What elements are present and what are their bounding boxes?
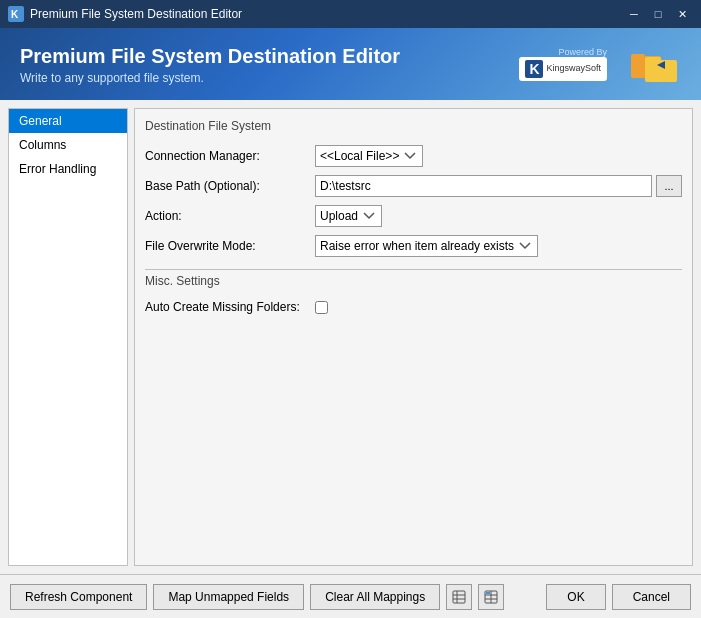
- kingsway-k-icon: K: [525, 60, 543, 78]
- svg-rect-15: [486, 592, 490, 594]
- title-bar-title: Premium File System Destination Editor: [30, 7, 242, 21]
- file-overwrite-label: File Overwrite Mode:: [145, 239, 315, 253]
- refresh-component-button[interactable]: Refresh Component: [10, 584, 147, 610]
- sidebar-item-error-handling[interactable]: Error Handling: [9, 157, 127, 181]
- header-banner: Premium File System Destination Editor W…: [0, 28, 701, 100]
- grid-icon: [484, 590, 498, 604]
- connection-manager-select[interactable]: <<Local File>>: [315, 145, 423, 167]
- action-row: Action: Upload: [145, 205, 682, 227]
- clear-all-mappings-button[interactable]: Clear All Mappings: [310, 584, 440, 610]
- section-header-destination: Destination File System: [145, 119, 682, 135]
- footer-bar: Refresh Component Map Unmapped Fields Cl…: [0, 574, 701, 618]
- svg-rect-3: [631, 54, 645, 59]
- auto-create-checkbox[interactable]: [315, 301, 328, 314]
- header-text-block: Premium File System Destination Editor W…: [20, 44, 400, 85]
- file-overwrite-wrapper: Raise error when item already exists: [315, 235, 682, 257]
- sidebar-item-general[interactable]: General: [9, 109, 127, 133]
- header-logo: Powered By K KingswaySoft: [519, 44, 681, 84]
- map-unmapped-fields-button[interactable]: Map Unmapped Fields: [153, 584, 304, 610]
- action-label: Action:: [145, 209, 315, 223]
- app-icon: K: [8, 6, 24, 22]
- action-select[interactable]: Upload: [315, 205, 382, 227]
- folder-icons: [629, 44, 681, 84]
- svg-rect-5: [645, 57, 661, 63]
- connection-manager-row: Connection Manager: <<Local File>>: [145, 145, 682, 167]
- icon-button-2[interactable]: [478, 584, 504, 610]
- connection-manager-wrapper: <<Local File>>: [315, 145, 682, 167]
- auto-create-row: Auto Create Missing Folders:: [145, 300, 682, 314]
- file-overwrite-row: File Overwrite Mode: Raise error when it…: [145, 235, 682, 257]
- action-wrapper: Upload: [315, 205, 682, 227]
- base-path-wrapper: ...: [315, 175, 682, 197]
- icon-button-1[interactable]: [446, 584, 472, 610]
- powered-by-text: Powered By: [558, 47, 607, 57]
- main-content: General Columns Error Handling Destinati…: [0, 100, 701, 574]
- misc-settings-divider: Misc. Settings: [145, 269, 682, 290]
- browse-button[interactable]: ...: [656, 175, 682, 197]
- file-overwrite-select-wrapper: Raise error when item already exists: [315, 235, 682, 257]
- base-path-input[interactable]: [315, 175, 652, 197]
- base-path-label: Base Path (Optional):: [145, 179, 315, 193]
- header-title: Premium File System Destination Editor: [20, 44, 400, 68]
- header-subtitle: Write to any supported file system.: [20, 71, 400, 85]
- close-button[interactable]: ✕: [671, 4, 693, 24]
- title-bar-controls: ─ □ ✕: [623, 4, 693, 24]
- ok-button[interactable]: OK: [546, 584, 605, 610]
- base-path-row: Base Path (Optional): ...: [145, 175, 682, 197]
- title-bar-left: K Premium File System Destination Editor: [8, 6, 242, 22]
- right-panel: Destination File System Connection Manag…: [134, 108, 693, 566]
- file-overwrite-select[interactable]: Raise error when item already exists: [315, 235, 538, 257]
- sidebar-item-columns[interactable]: Columns: [9, 133, 127, 157]
- connection-manager-select-wrapper: <<Local File>>: [315, 145, 682, 167]
- action-select-wrapper: Upload: [315, 205, 682, 227]
- minimize-button[interactable]: ─: [623, 4, 645, 24]
- title-bar: K Premium File System Destination Editor…: [0, 0, 701, 28]
- svg-rect-7: [453, 591, 465, 603]
- maximize-button[interactable]: □: [647, 4, 669, 24]
- connection-manager-label: Connection Manager:: [145, 149, 315, 163]
- cancel-button[interactable]: Cancel: [612, 584, 691, 610]
- sidebar-nav: General Columns Error Handling: [8, 108, 128, 566]
- kingsway-logo: K KingswaySoft: [519, 57, 607, 81]
- folder-icon-group: [629, 44, 681, 84]
- auto-create-label: Auto Create Missing Folders:: [145, 300, 315, 314]
- table-icon: [452, 590, 466, 604]
- svg-text:K: K: [11, 9, 19, 20]
- brand-name: KingswaySoft: [546, 64, 601, 74]
- misc-settings-header: Misc. Settings: [145, 274, 682, 290]
